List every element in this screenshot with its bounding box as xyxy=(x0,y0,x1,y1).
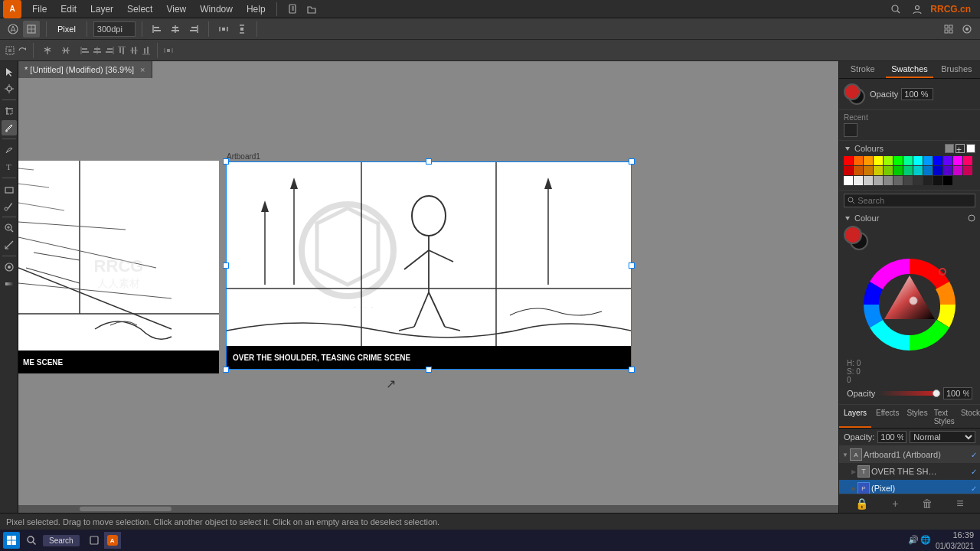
scrollbar-thumb-h[interactable] xyxy=(80,507,172,511)
menu-view[interactable]: View xyxy=(160,2,192,16)
grid-view-btn[interactable] xyxy=(940,21,957,37)
color-dark-violet[interactable] xyxy=(943,166,952,175)
color-dark-sky[interactable] xyxy=(923,166,933,175)
menu-layer[interactable]: Layer xyxy=(84,2,119,16)
color-violet[interactable] xyxy=(943,156,952,165)
select-tool[interactable] xyxy=(2,64,17,80)
search-box[interactable] xyxy=(844,194,975,207)
handle-bot-left[interactable] xyxy=(223,367,229,373)
color-g2[interactable] xyxy=(864,176,873,185)
user-icon[interactable] xyxy=(909,1,926,18)
fill-color[interactable] xyxy=(844,83,861,100)
handle-top-center[interactable] xyxy=(426,158,432,165)
color-dark-blue[interactable] xyxy=(933,166,942,175)
color-dark-yg[interactable] xyxy=(884,166,893,175)
doc-tab-close[interactable]: × xyxy=(140,65,145,74)
align-right-btn[interactable] xyxy=(185,21,202,37)
text-vis[interactable]: ✓ xyxy=(971,468,977,476)
color-g3[interactable] xyxy=(874,176,883,185)
color-dark-magenta[interactable] xyxy=(953,166,962,175)
search-right-icon[interactable] xyxy=(887,1,904,18)
layer-artboard1-item[interactable]: ▼ A Artboard1 (Artboard) ✓ xyxy=(839,446,980,463)
align-center-btn[interactable] xyxy=(167,21,184,37)
color-dark-spring[interactable] xyxy=(903,166,913,175)
layer-pixel-item[interactable]: ▶ P (Pixel) ✓ xyxy=(839,480,980,494)
menu-window[interactable]: Window xyxy=(194,2,239,16)
artboard-main[interactable]: OVER THE SHOULDER, TEASING CRIME SCENE xyxy=(227,162,631,369)
swatches-tab[interactable]: Swatches xyxy=(886,61,933,78)
crop-tool[interactable] xyxy=(2,103,17,119)
color-g4[interactable] xyxy=(884,176,893,185)
color-spring[interactable] xyxy=(903,156,913,165)
effects-tab[interactable]: Effects xyxy=(871,406,903,428)
color-g5[interactable] xyxy=(893,176,903,185)
color-g6[interactable] xyxy=(903,176,913,185)
vector-persona[interactable] xyxy=(5,21,21,37)
color-red[interactable] xyxy=(844,156,853,165)
opacity-input[interactable] xyxy=(901,88,933,100)
opacity-slider[interactable] xyxy=(878,391,940,396)
doc-tab[interactable]: * [Untitled] (Modified) [36.9%] × xyxy=(18,61,152,78)
measure-tool[interactable] xyxy=(2,237,17,253)
node-tool[interactable] xyxy=(2,81,17,96)
handle-bot-right[interactable] xyxy=(629,367,635,373)
color-g7[interactable] xyxy=(913,176,923,185)
search-input[interactable] xyxy=(858,196,972,205)
layers-tab[interactable]: Layers xyxy=(839,406,871,428)
color-picker-btn[interactable] xyxy=(959,21,975,37)
text-styles-tab[interactable]: Text Styles xyxy=(931,406,958,428)
color-orange-red[interactable] xyxy=(854,156,863,165)
blend-mode-select[interactable]: Normal Multiply Screen Overlay xyxy=(910,431,975,443)
distribute-v-btn[interactable] xyxy=(234,21,250,37)
styles-tab[interactable]: Styles xyxy=(903,406,930,428)
flip-h-btn[interactable] xyxy=(39,42,56,59)
lock-layer-btn[interactable]: 🔒 xyxy=(855,497,868,510)
shape-tool[interactable] xyxy=(2,181,17,197)
color-dark-green[interactable] xyxy=(893,166,903,175)
color-dark-cyan[interactable] xyxy=(913,166,923,175)
paint-brush-tool[interactable] xyxy=(2,120,17,135)
search-taskbar-input[interactable]: Search xyxy=(43,535,80,546)
opacity-pct-input[interactable] xyxy=(943,387,972,399)
color-dark-orange[interactable] xyxy=(864,166,873,175)
color-dark-yellow[interactable] xyxy=(874,166,883,175)
new-icon[interactable] xyxy=(285,1,302,18)
fill-tool[interactable] xyxy=(2,198,17,214)
recent-color-1[interactable] xyxy=(844,123,858,137)
color-yellow[interactable] xyxy=(874,156,883,165)
color-magenta[interactable] xyxy=(953,156,962,165)
color-picker-left[interactable] xyxy=(2,259,17,275)
collapse-icon[interactable] xyxy=(844,145,851,152)
add-swatch-btn[interactable]: + xyxy=(956,144,965,153)
color-wheel[interactable] xyxy=(860,255,959,354)
artboard1-vis[interactable]: ✓ xyxy=(971,451,977,459)
menu-edit[interactable]: Edit xyxy=(54,2,83,16)
brushes-tab[interactable]: Brushes xyxy=(933,61,980,78)
color-rose[interactable] xyxy=(963,156,972,165)
color-orange[interactable] xyxy=(864,156,873,165)
distribute-h-btn[interactable] xyxy=(215,21,232,37)
zoom-tool[interactable] xyxy=(2,220,17,236)
colour-settings-icon[interactable] xyxy=(968,214,975,222)
color-g8[interactable] xyxy=(923,176,933,185)
add-layer-btn[interactable]: + xyxy=(892,497,898,510)
color-yellow-green[interactable] xyxy=(884,156,893,165)
windows-start-btn[interactable] xyxy=(3,532,20,549)
color-cyan[interactable] xyxy=(913,156,923,165)
task-icon-1[interactable] xyxy=(86,532,103,549)
stroke-tab[interactable]: Stroke xyxy=(839,61,886,78)
color-dark-orange-red[interactable] xyxy=(854,166,863,175)
color-blue[interactable] xyxy=(933,156,942,165)
handle-top-left[interactable] xyxy=(223,158,229,165)
handle-mid-left[interactable] xyxy=(223,262,229,269)
layer-opacity-input[interactable] xyxy=(877,431,906,443)
dpi-input[interactable] xyxy=(93,21,136,37)
pen-tool[interactable] xyxy=(2,142,17,158)
align-left-btn[interactable] xyxy=(149,21,165,37)
swatch-view-btn[interactable] xyxy=(945,144,954,153)
color-dark-rose[interactable] xyxy=(963,166,972,175)
swatch-option[interactable] xyxy=(966,144,975,153)
menu-help[interactable]: Help xyxy=(240,2,272,16)
gradient-tool[interactable] xyxy=(2,276,17,292)
color-g1[interactable] xyxy=(854,176,863,185)
